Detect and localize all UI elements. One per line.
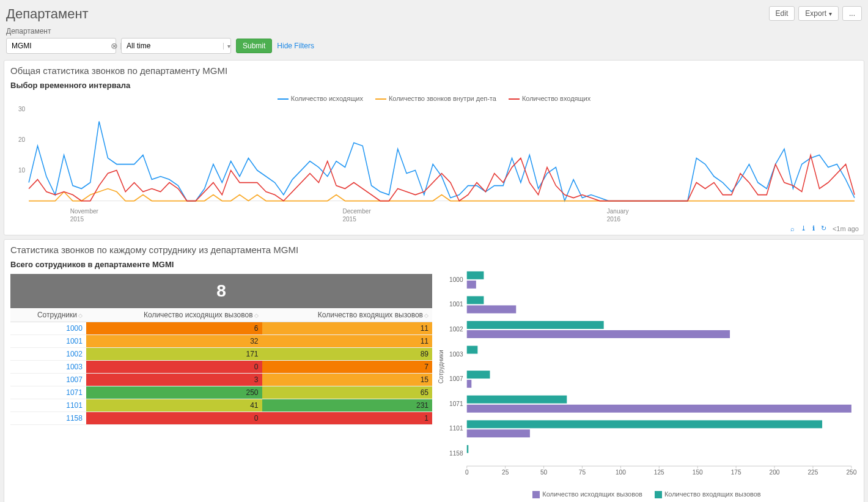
- svg-text:0: 0: [465, 469, 469, 476]
- panel1-title: Общая статистика звонков по департаменту…: [10, 65, 858, 76]
- zoom-icon[interactable]: ⌕: [790, 225, 795, 232]
- svg-text:2015: 2015: [342, 215, 356, 223]
- svg-rect-42: [467, 330, 730, 338]
- panel-line-chart: Общая статистика звонков по департаменту…: [4, 60, 864, 235]
- svg-text:25: 25: [502, 469, 509, 476]
- table-row: 1007 3 15: [10, 374, 432, 386]
- svg-text:1000: 1000: [449, 276, 463, 283]
- table-row: 1003 0 7: [10, 361, 432, 374]
- line-legend: Количество исходящихКоличество звонков в…: [10, 95, 858, 102]
- svg-rect-51: [467, 405, 851, 413]
- svg-text:75: 75: [579, 469, 586, 476]
- time-input[interactable]: [122, 40, 223, 52]
- time-select[interactable]: ▾: [121, 38, 231, 54]
- svg-text:10: 10: [18, 166, 25, 174]
- header-actions: Edit Export ...: [769, 6, 862, 21]
- svg-text:175: 175: [731, 469, 741, 476]
- table-row: 1002 171 89: [10, 348, 432, 361]
- panel2-subtitle: Всего сотрудников в департаменте MGMI: [10, 260, 432, 269]
- svg-text:250: 250: [846, 469, 856, 476]
- svg-rect-38: [467, 296, 484, 304]
- svg-rect-47: [467, 371, 490, 378]
- refresh-icon[interactable]: ↻: [821, 224, 826, 232]
- info-icon[interactable]: ℹ: [812, 224, 815, 232]
- employee-link[interactable]: 1000: [10, 322, 86, 335]
- svg-text:2016: 2016: [607, 215, 620, 223]
- svg-text:January: January: [607, 207, 629, 215]
- svg-text:20: 20: [18, 135, 25, 143]
- employee-link[interactable]: 1007: [10, 374, 86, 386]
- svg-rect-54: [467, 429, 530, 437]
- more-button[interactable]: ...: [842, 6, 862, 21]
- svg-text:2015: 2015: [70, 215, 84, 223]
- svg-rect-35: [467, 271, 484, 279]
- employee-link[interactable]: 1158: [10, 412, 86, 425]
- svg-text:Сотрудники: Сотрудники: [438, 350, 444, 383]
- svg-rect-48: [467, 380, 472, 388]
- department-input[interactable]: [7, 40, 108, 52]
- line-chart[interactable]: 102030November2015December2015January201…: [10, 106, 858, 228]
- svg-text:225: 225: [807, 469, 818, 476]
- svg-text:30: 30: [18, 106, 25, 113]
- svg-rect-53: [467, 420, 822, 428]
- svg-text:1101: 1101: [449, 425, 463, 432]
- export-button[interactable]: Export: [798, 6, 839, 21]
- svg-text:1007: 1007: [449, 375, 463, 382]
- table-row: 1158 0 1: [10, 412, 432, 425]
- table-header[interactable]: Количество исходящих вызовов◇: [86, 308, 262, 322]
- table-row: 1071 250 65: [10, 386, 432, 399]
- svg-text:125: 125: [654, 469, 664, 476]
- table-row: 1101 41 231: [10, 399, 432, 412]
- employee-link[interactable]: 1003: [10, 361, 86, 374]
- svg-text:50: 50: [540, 469, 548, 476]
- svg-text:150: 150: [693, 469, 703, 476]
- svg-text:1158: 1158: [449, 450, 463, 457]
- svg-text:200: 200: [770, 469, 780, 476]
- svg-rect-41: [467, 321, 604, 329]
- svg-rect-56: [467, 445, 469, 453]
- panel2-title: Статистика звонков по каждому сотруднику…: [10, 245, 858, 255]
- svg-text:1071: 1071: [449, 400, 463, 407]
- table-row: 1001 32 11: [10, 335, 432, 348]
- bar-legend: Количество исходящих вызововКоличество в…: [436, 490, 858, 498]
- age-label: <1m ago: [833, 225, 859, 232]
- table-header[interactable]: Сотрудники◇: [10, 308, 86, 322]
- download-icon[interactable]: ⤓: [801, 224, 806, 232]
- clear-icon[interactable]: ⊗: [108, 41, 120, 51]
- page-title: Департамент: [6, 6, 89, 22]
- filter-row: Департамент ⊗ ▾ ▾ Submit Hide Filters: [4, 27, 864, 60]
- panel-toolbar: ⌕ ⤓ ℹ ↻ <1m ago: [790, 224, 859, 232]
- svg-text:1001: 1001: [449, 301, 463, 308]
- employee-table: Сотрудники◇Количество исходящих вызовов◇…: [10, 308, 432, 425]
- department-select[interactable]: ⊗ ▾: [6, 38, 116, 54]
- svg-text:100: 100: [616, 469, 626, 476]
- bar-chart[interactable]: Сотрудники025507510012515017520022525010…: [436, 260, 858, 486]
- chevron-down-icon[interactable]: ▾: [223, 43, 234, 50]
- svg-rect-39: [467, 305, 517, 313]
- svg-rect-36: [467, 281, 476, 289]
- svg-text:November: November: [70, 207, 99, 215]
- employee-link[interactable]: 1071: [10, 386, 86, 399]
- svg-rect-44: [467, 346, 478, 354]
- filter-label: Департамент: [6, 27, 862, 35]
- employee-link[interactable]: 1002: [10, 348, 86, 361]
- employee-link[interactable]: 1101: [10, 399, 86, 412]
- svg-rect-50: [467, 396, 567, 404]
- hide-filters-link[interactable]: Hide Filters: [277, 42, 314, 50]
- svg-text:December: December: [342, 207, 371, 215]
- svg-text:1003: 1003: [449, 351, 463, 358]
- edit-button[interactable]: Edit: [769, 6, 795, 21]
- svg-text:1002: 1002: [449, 326, 463, 333]
- panel-employee-stats: Статистика звонков по каждому сотруднику…: [4, 239, 864, 502]
- panel1-subtitle: Выбор временного интервала: [10, 81, 858, 90]
- table-header[interactable]: Количество входящих вызовов◇: [262, 308, 432, 322]
- table-row: 1000 6 11: [10, 322, 432, 335]
- submit-button[interactable]: Submit: [236, 39, 272, 53]
- employee-count: 8: [10, 274, 432, 308]
- employee-link[interactable]: 1001: [10, 335, 86, 348]
